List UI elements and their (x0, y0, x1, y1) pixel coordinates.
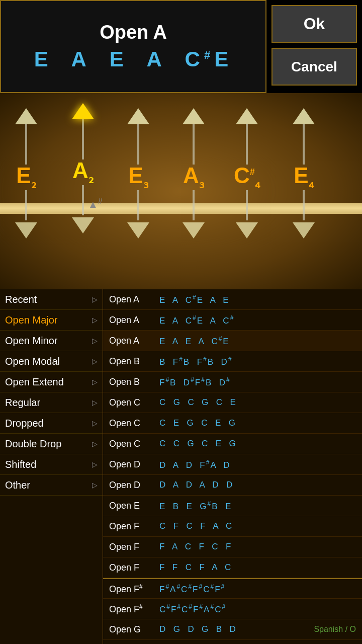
sidebar-item-dropped[interactable]: Dropped ▷ (0, 413, 103, 434)
note-a1: A (71, 47, 90, 71)
tuning-row-14[interactable]: Open F# F#A#C#F#C#F# (103, 578, 362, 599)
string-line-bottom-5 (246, 190, 248, 220)
tuning-row-1[interactable]: Open A E A C#E A C# (103, 310, 362, 331)
cancel-button[interactable]: Cancel (272, 48, 357, 86)
fretboard-display: E₂ A₂ ▲# E₃ A₃ C#₄ E₄ (0, 93, 362, 289)
string-line-bottom-6 (303, 190, 305, 220)
string-2[interactable]: A₂ ▲# (72, 103, 94, 233)
tuning-row-3[interactable]: Open B B F#B F#B D# (103, 351, 362, 372)
sidebar-arrow-recent: ▷ (92, 295, 98, 303)
string-line-1 (25, 124, 27, 165)
string-line-2 (82, 119, 84, 159)
string-line-bottom-3 (137, 190, 139, 220)
sidebar-item-recent[interactable]: Recent ▷ (0, 289, 103, 310)
sidebar: Recent ▷ Open Major ▷ Open Minor ▷ Open … (0, 289, 103, 644)
tuning-row-12[interactable]: Open F F A C F C F (103, 537, 362, 557)
note-label-5: C#₄ (234, 165, 260, 190)
sidebar-arrow-regular: ▷ (92, 398, 98, 407)
tuning-row-11[interactable]: Open F C F C F A C (103, 516, 362, 537)
tuning-row-15[interactable]: Open F# C#F#C#F#A#C# (103, 599, 362, 619)
note-label-2: A₂ (72, 159, 94, 185)
string-5[interactable]: C#₄ (234, 108, 260, 238)
tuning-row-16[interactable]: Open G D G D G B D Spanish / O (103, 619, 362, 640)
tuning-row-10[interactable]: Open E E B E G#B E (103, 496, 362, 516)
string-line-4 (193, 124, 195, 165)
sidebar-arrow-double-drop: ▷ (92, 440, 98, 448)
sidebar-item-open-major[interactable]: Open Major ▷ (0, 310, 103, 331)
tuning-row-0[interactable]: Open A E A C#E A E (103, 289, 362, 310)
tuning-row-6[interactable]: Open C C E G C E G (103, 413, 362, 434)
string-line-5 (246, 124, 248, 165)
note-label-6: E₄ (294, 165, 313, 190)
string-line-3 (137, 124, 139, 165)
arrow-down-4 (183, 222, 205, 238)
sidebar-item-open-minor[interactable]: Open Minor ▷ (0, 331, 103, 351)
tuning-row-9[interactable]: Open D D A D A D D (103, 475, 362, 496)
arrow-up-1 (15, 108, 37, 124)
sidebar-item-other[interactable]: Other ▷ (0, 475, 103, 496)
arrow-up-3 (127, 108, 149, 124)
arrow-up-6 (293, 108, 315, 124)
sidebar-item-regular[interactable]: Regular ▷ (0, 392, 103, 413)
string-3[interactable]: E₃ (127, 108, 149, 238)
arrow-up-5 (236, 108, 258, 124)
header-panel: Open A E A E A C#E (0, 0, 266, 93)
note-e1: E (34, 47, 52, 71)
arrow-down-1 (15, 222, 37, 238)
note-label-3: E₃ (128, 165, 148, 190)
arrow-down-5 (236, 222, 258, 238)
sharp-indicator: ▲# (88, 196, 103, 210)
ok-button[interactable]: Ok (272, 5, 357, 43)
note-e2: E (110, 47, 128, 71)
note-a2: A (146, 47, 165, 71)
string-line-bottom-2 (82, 185, 84, 215)
sidebar-arrow-shifted: ▷ (92, 460, 98, 468)
sidebar-item-shifted[interactable]: Shifted ▷ (0, 454, 103, 475)
string-line-6 (303, 124, 305, 165)
sidebar-arrow-other: ▷ (92, 481, 98, 489)
note-csharp: C#E (185, 47, 233, 71)
tuning-row-8[interactable]: Open D D A D F#A D (103, 454, 362, 475)
string-line-bottom-4 (193, 190, 195, 220)
arrow-up-4 (183, 108, 205, 124)
tuning-tag-spanish: Spanish / O (314, 625, 356, 634)
string-4[interactable]: A₃ (183, 108, 205, 238)
sidebar-arrow-open-modal: ▷ (92, 357, 98, 365)
tuning-row-5[interactable]: Open C C G C G C E (103, 392, 362, 413)
sidebar-arrow-open-extend: ▷ (92, 378, 98, 386)
tuning-title: Open A (100, 22, 167, 43)
arrow-down-6 (293, 222, 315, 238)
note-label-4: A₃ (183, 165, 204, 190)
tuning-row-7[interactable]: Open C C C G C E G (103, 434, 362, 454)
note-label-1: E₂ (16, 165, 36, 190)
string-line-bottom-1 (25, 190, 27, 220)
tuning-list: Open A E A C#E A E Open A E A C#E A C# O… (103, 289, 362, 644)
tuning-notes-display: E A E A C#E (34, 47, 232, 71)
arrow-down-3 (127, 222, 149, 238)
tuning-row-2[interactable]: Open A E A E A C#E (103, 331, 362, 351)
string-1[interactable]: E₂ (15, 108, 37, 238)
sidebar-item-open-modal[interactable]: Open Modal ▷ (0, 351, 103, 372)
sidebar-arrow-dropped: ▷ (92, 419, 98, 427)
sidebar-arrow-open-minor: ▷ (92, 337, 98, 345)
string-6[interactable]: E₄ (293, 108, 315, 238)
arrow-up-2 (72, 103, 94, 119)
sidebar-item-open-extend[interactable]: Open Extend ▷ (0, 372, 103, 392)
main-content: Recent ▷ Open Major ▷ Open Minor ▷ Open … (0, 289, 362, 644)
arrow-down-2 (72, 217, 94, 233)
sidebar-arrow-open-major: ▷ (92, 316, 98, 324)
sidebar-item-double-drop[interactable]: Double Drop ▷ (0, 434, 103, 454)
tuning-row-4[interactable]: Open B F#B D#F#B D# (103, 372, 362, 392)
tuning-row-13[interactable]: Open F F F C F A C (103, 557, 362, 578)
